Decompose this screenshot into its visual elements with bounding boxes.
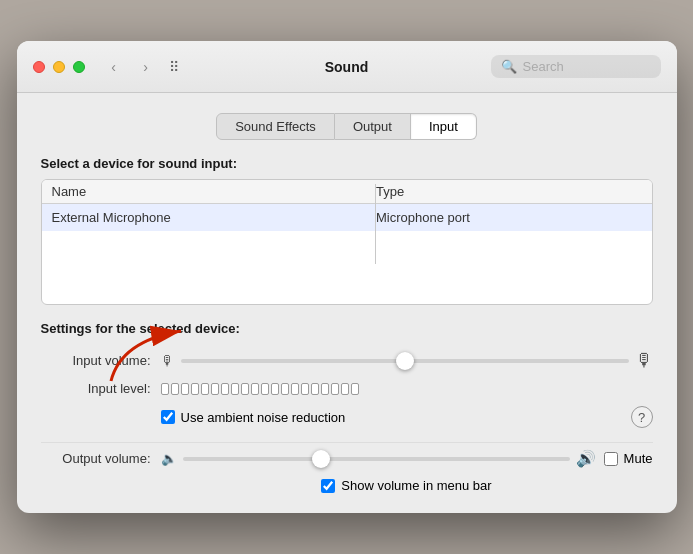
level-bar-15 bbox=[301, 383, 309, 395]
device-type: Microphone port bbox=[376, 210, 642, 225]
traffic-lights bbox=[33, 61, 85, 73]
level-bar-20 bbox=[351, 383, 359, 395]
vol-icon-small: 🔈 bbox=[161, 451, 177, 466]
level-bar-11 bbox=[261, 383, 269, 395]
col-name-header: Name bbox=[52, 184, 377, 199]
level-bar-5 bbox=[201, 383, 209, 395]
vol-icon-large: 🔊 bbox=[576, 449, 596, 468]
titlebar: ‹ › ⠿ Sound 🔍 bbox=[17, 41, 677, 93]
close-button[interactable] bbox=[33, 61, 45, 73]
show-volume-label: Show volume in menu bar bbox=[341, 478, 491, 493]
level-bar-1 bbox=[161, 383, 169, 395]
window-title: Sound bbox=[325, 59, 369, 75]
level-bar-10 bbox=[251, 383, 259, 395]
show-volume-checkbox[interactable] bbox=[321, 479, 335, 493]
output-volume-label: Output volume: bbox=[41, 451, 161, 466]
minimize-button[interactable] bbox=[53, 61, 65, 73]
output-volume-row: Output volume: 🔈 🔊 Mute bbox=[41, 442, 653, 468]
noise-reduction-checkbox[interactable] bbox=[161, 410, 175, 424]
device-table: Name Type External Microphone Microphone… bbox=[41, 179, 653, 305]
level-bar-group bbox=[161, 383, 359, 395]
tab-output[interactable]: Output bbox=[335, 113, 411, 140]
mute-label: Mute bbox=[624, 451, 653, 466]
level-bar-19 bbox=[341, 383, 349, 395]
mute-checkbox[interactable] bbox=[604, 452, 618, 466]
level-bar-4 bbox=[191, 383, 199, 395]
level-bar-8 bbox=[231, 383, 239, 395]
nav-buttons: ‹ › bbox=[101, 57, 159, 77]
level-bar-7 bbox=[221, 383, 229, 395]
tab-input[interactable]: Input bbox=[411, 113, 477, 140]
show-volume-checkbox-container: Show volume in menu bar bbox=[321, 478, 491, 493]
level-bar-3 bbox=[181, 383, 189, 395]
noise-reduction-label: Use ambient noise reduction bbox=[181, 410, 346, 425]
mute-container: Mute bbox=[604, 451, 653, 466]
maximize-button[interactable] bbox=[73, 61, 85, 73]
input-level-bars bbox=[161, 383, 653, 395]
mic-icon-small: 🎙 bbox=[161, 353, 175, 369]
search-icon: 🔍 bbox=[501, 59, 517, 74]
noise-checkbox-container: Use ambient noise reduction bbox=[161, 410, 346, 425]
col-type-header: Type bbox=[376, 184, 642, 199]
main-window: ‹ › ⠿ Sound 🔍 Sound Effects Output Input… bbox=[17, 41, 677, 513]
device-section-title: Select a device for sound input: bbox=[41, 156, 653, 171]
search-bar[interactable]: 🔍 bbox=[491, 55, 661, 78]
settings-title: Settings for the selected device: bbox=[41, 321, 653, 336]
mic-icon-large: 🎙 bbox=[635, 350, 653, 371]
level-bar-6 bbox=[211, 383, 219, 395]
input-volume-slider[interactable] bbox=[181, 359, 629, 363]
level-bar-9 bbox=[241, 383, 249, 395]
level-bar-16 bbox=[311, 383, 319, 395]
content-area: Sound Effects Output Input Select a devi… bbox=[17, 93, 677, 513]
level-bar-13 bbox=[281, 383, 289, 395]
input-volume-row: Input volume: 🎙 🎙 bbox=[41, 350, 653, 371]
input-level-row: Input level: bbox=[41, 381, 653, 396]
level-bar-12 bbox=[271, 383, 279, 395]
back-button[interactable]: ‹ bbox=[101, 57, 127, 77]
table-row[interactable]: External Microphone Microphone port bbox=[42, 204, 652, 231]
noise-reduction-row: Use ambient noise reduction ? bbox=[161, 406, 653, 428]
level-bar-2 bbox=[171, 383, 179, 395]
tab-sound-effects[interactable]: Sound Effects bbox=[216, 113, 335, 140]
table-body: External Microphone Microphone port bbox=[42, 204, 652, 304]
device-name: External Microphone bbox=[52, 210, 377, 225]
table-header: Name Type bbox=[42, 180, 652, 204]
input-volume-label: Input volume: bbox=[41, 353, 161, 368]
output-volume-slider[interactable] bbox=[183, 457, 570, 461]
grid-icon: ⠿ bbox=[169, 59, 179, 75]
input-volume-slider-container: 🎙 🎙 bbox=[161, 350, 653, 371]
show-volume-row: Show volume in menu bar bbox=[161, 478, 653, 493]
tab-group: Sound Effects Output Input bbox=[41, 113, 653, 140]
output-volume-slider-container: 🔈 🔊 bbox=[161, 449, 596, 468]
search-input[interactable] bbox=[523, 59, 651, 74]
help-button[interactable]: ? bbox=[631, 406, 653, 428]
forward-button[interactable]: › bbox=[133, 57, 159, 77]
level-bar-17 bbox=[321, 383, 329, 395]
level-bar-14 bbox=[291, 383, 299, 395]
input-level-label: Input level: bbox=[41, 381, 161, 396]
level-bar-18 bbox=[331, 383, 339, 395]
settings-section: Settings for the selected device: Input … bbox=[41, 321, 653, 493]
